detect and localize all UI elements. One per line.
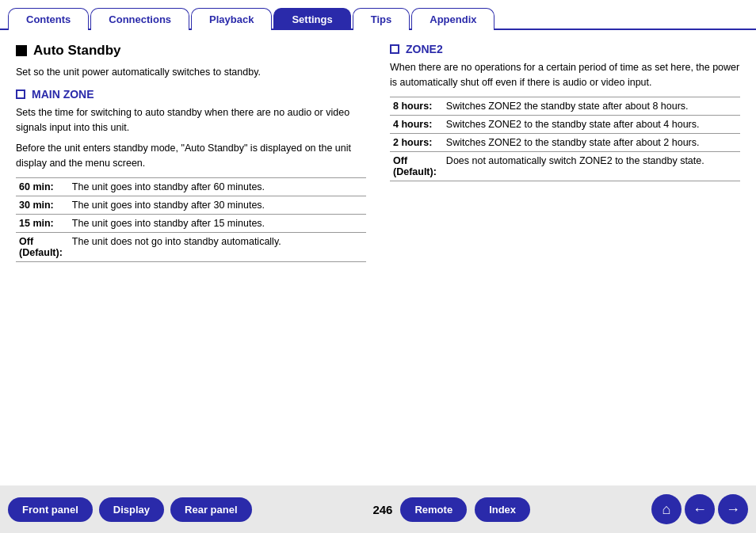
table-value: The unit goes into standby after 60 minu… <box>69 177 366 196</box>
home-button[interactable]: ⌂ <box>651 494 682 524</box>
zone2-table: 8 hours:Switches ZONE2 the standby state… <box>390 97 740 181</box>
table-value: The unit goes into standby after 30 minu… <box>69 196 366 214</box>
bottom-right: ⌂ ← → <box>651 494 748 524</box>
remote-button[interactable]: Remote <box>400 497 467 522</box>
zone2-title: ZONE2 <box>390 43 740 55</box>
front-panel-button[interactable]: Front panel <box>8 497 93 522</box>
page-number: 246 <box>372 503 392 516</box>
forward-button[interactable]: → <box>718 494 748 524</box>
content-area: Auto Standby Set so the unit power autom… <box>0 30 756 270</box>
top-navigation: Contents Connections Playback Settings T… <box>0 0 756 30</box>
main-zone-title: MAIN ZONE <box>16 88 366 101</box>
zone2-desc: When there are no operations for a certa… <box>390 60 740 90</box>
table-row: 8 hours:Switches ZONE2 the standby state… <box>390 97 740 115</box>
table-row: 2 hours:Switches ZONE2 to the standby st… <box>390 133 740 151</box>
rear-panel-button[interactable]: Rear panel <box>170 497 251 522</box>
table-row: 30 min:The unit goes into standby after … <box>16 196 366 214</box>
auto-standby-title: Auto Standby <box>16 43 366 59</box>
table-value: Does not automatically switch ZONE2 to t… <box>443 151 740 181</box>
main-zone-desc1: Sets the time for switching to auto stan… <box>16 105 366 135</box>
back-button[interactable]: ← <box>685 494 715 524</box>
table-label: 8 hours: <box>390 97 443 115</box>
table-label: 2 hours: <box>390 133 443 151</box>
index-button[interactable]: Index <box>475 497 530 522</box>
table-value: Switches ZONE2 the standby state after a… <box>443 97 740 115</box>
auto-standby-desc: Set so the unit power automatically swit… <box>16 65 366 80</box>
bottom-center: 246 Remote Index <box>372 497 530 522</box>
tab-playback[interactable]: Playback <box>191 8 272 30</box>
table-label: Off (Default): <box>390 151 443 181</box>
table-row: 4 hours:Switches ZONE2 to the standby st… <box>390 115 740 133</box>
table-row: Off (Default):Does not automatically swi… <box>390 151 740 181</box>
table-label: 4 hours: <box>390 115 443 133</box>
tab-tips[interactable]: Tips <box>353 8 410 30</box>
bottom-left: Front panel Display Rear panel <box>8 497 252 522</box>
table-value: Switches ZONE2 to the standby state afte… <box>443 133 740 151</box>
main-zone-desc2: Before the unit enters standby mode, "Au… <box>16 141 366 171</box>
table-label: 30 min: <box>16 196 69 214</box>
bottom-bar: Front panel Display Rear panel 246 Remot… <box>0 485 756 533</box>
display-button[interactable]: Display <box>99 497 164 522</box>
tab-settings[interactable]: Settings <box>273 8 350 30</box>
left-column: Auto Standby Set so the unit power autom… <box>16 43 366 262</box>
table-row: Off (Default):The unit does not go into … <box>16 232 366 261</box>
table-value: The unit goes into standby after 15 minu… <box>69 214 366 232</box>
zone2-icon <box>390 44 399 54</box>
tab-connections[interactable]: Connections <box>90 8 189 30</box>
table-label: Off (Default): <box>16 232 69 261</box>
table-value: Switches ZONE2 to the standby state afte… <box>443 115 740 133</box>
subsection-icon <box>16 89 25 99</box>
table-label: 15 min: <box>16 214 69 232</box>
table-row: 60 min:The unit goes into standby after … <box>16 177 366 196</box>
main-zone-table: 60 min:The unit goes into standby after … <box>16 177 366 262</box>
table-row: 15 min:The unit goes into standby after … <box>16 214 366 232</box>
table-value: The unit does not go into standby automa… <box>69 232 366 261</box>
tab-appendix[interactable]: Appendix <box>411 8 494 30</box>
table-label: 60 min: <box>16 177 69 196</box>
tab-contents[interactable]: Contents <box>8 8 89 30</box>
section-title-icon <box>16 45 27 56</box>
right-column: ZONE2 When there are no operations for a… <box>390 43 740 262</box>
